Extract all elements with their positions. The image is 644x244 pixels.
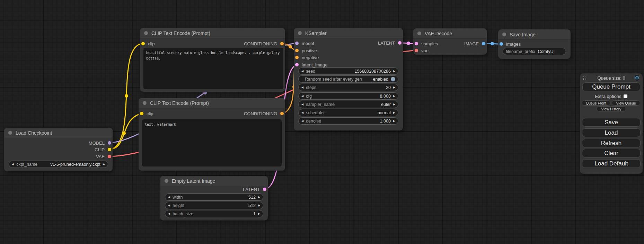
save-button[interactable]: Save <box>582 118 641 127</box>
output-slot-CONDITIONING[interactable]: CONDITIONING <box>244 41 284 46</box>
decrement-arrow-icon[interactable]: ◀ <box>12 163 14 166</box>
collapse-dot-icon[interactable] <box>8 131 12 135</box>
increment-arrow-icon[interactable]: ▶ <box>393 119 395 123</box>
clip-input-icon[interactable] <box>140 112 143 115</box>
collapse-dot-icon[interactable] <box>143 101 147 105</box>
widget-sampler_name[interactable]: ◀sampler_nameeuler▶ <box>298 101 398 108</box>
LATENT-output-icon[interactable] <box>263 188 266 191</box>
decrement-arrow-icon[interactable]: ◀ <box>168 204 170 207</box>
decrement-arrow-icon[interactable]: ◀ <box>301 119 303 123</box>
increment-arrow-icon[interactable]: ▶ <box>393 103 395 106</box>
node-title-bar[interactable]: KSampler <box>294 28 403 38</box>
increment-arrow-icon[interactable]: ▶ <box>393 70 395 73</box>
widget-batch_size[interactable]: ◀batch_size1▶ <box>165 210 263 217</box>
widget-cfg[interactable]: ◀cfg8.000▶ <box>298 92 398 100</box>
CONDITIONING-output-icon[interactable] <box>280 42 284 45</box>
LATENT-output-icon[interactable] <box>398 41 402 45</box>
increment-arrow-icon[interactable]: ▶ <box>103 163 105 166</box>
clear-button[interactable]: Clear <box>582 149 641 157</box>
widget-height[interactable]: ◀height512▶ <box>165 202 263 209</box>
node-vae-decode[interactable]: VAE DecodesamplesvaeIMAGE <box>413 28 487 55</box>
node-title-bar[interactable]: Save Image <box>498 29 571 40</box>
increment-arrow-icon[interactable]: ▶ <box>393 94 395 98</box>
node-graph-canvas[interactable]: Queue size: 0 ⚙ Queue Prompt Extra optio… <box>0 0 644 244</box>
decrement-arrow-icon[interactable]: ◀ <box>301 111 303 114</box>
node-title-bar[interactable]: Load Checkpoint <box>4 128 113 138</box>
IMAGE-output-icon[interactable] <box>482 42 485 45</box>
increment-arrow-icon[interactable]: ▶ <box>393 86 395 89</box>
increment-arrow-icon[interactable]: ▶ <box>258 204 260 207</box>
settings-gear-icon[interactable]: ⚙ <box>634 74 640 81</box>
extra-options-checkbox[interactable] <box>624 94 627 98</box>
increment-arrow-icon[interactable]: ▶ <box>393 111 395 114</box>
view-queue-button[interactable]: View Queue <box>612 100 640 106</box>
latent_image-input-icon[interactable] <box>295 63 299 66</box>
VAE-output-icon[interactable] <box>108 155 111 158</box>
output-slot-MODEL[interactable]: MODEL <box>89 140 111 146</box>
increment-arrow-icon[interactable]: ▶ <box>258 196 260 199</box>
output-slot-LATENT[interactable]: LATENT <box>243 187 266 192</box>
node-title-bar[interactable]: VAE Decode <box>413 28 487 39</box>
prompt-textarea[interactable]: text, watermark <box>142 119 282 166</box>
output-slot-LATENT[interactable]: LATENT <box>378 40 402 46</box>
decrement-arrow-icon[interactable]: ◀ <box>301 103 303 106</box>
view-history-button[interactable]: View History <box>597 106 626 111</box>
widget-seed[interactable]: ◀seed156680208700286▶ <box>298 67 398 75</box>
clip-input-icon[interactable] <box>141 42 145 45</box>
node-load-checkpoint[interactable]: Load CheckpointMODELCLIPVAE◀ckpt_namev1-… <box>4 128 113 171</box>
widget-random-seed-after-every-gen[interactable]: Random seed after every genenabled <box>298 75 398 83</box>
CONDITIONING-output-icon[interactable] <box>280 112 284 115</box>
node-title-bar[interactable]: CLIP Text Encode (Prompt) <box>139 98 285 108</box>
vae-input-icon[interactable] <box>415 49 418 52</box>
queue-front-button[interactable]: Queue Front <box>582 100 610 106</box>
CLIP-output-icon[interactable] <box>108 148 111 151</box>
collapse-dot-icon[interactable] <box>144 31 148 35</box>
images-input-icon[interactable] <box>500 42 503 46</box>
input-slot-clip[interactable]: clip <box>140 111 153 116</box>
collapse-dot-icon[interactable] <box>417 31 421 35</box>
node-clip-text-encode-negative[interactable]: CLIP Text Encode (Prompt)clipCONDITIONIN… <box>139 98 285 171</box>
input-slot-images[interactable]: images <box>500 41 521 47</box>
output-slot-CONDITIONING[interactable]: CONDITIONING <box>244 111 284 116</box>
node-empty-latent-image[interactable]: Empty Latent ImageLATENT◀width512▶◀heigh… <box>160 176 268 220</box>
input-slot-positive[interactable]: positive <box>295 48 317 53</box>
output-slot-VAE[interactable]: VAE <box>96 154 111 159</box>
node-ksampler[interactable]: KSamplermodelpositivenegativelatent_imag… <box>294 28 403 130</box>
queue-prompt-button[interactable]: Queue Prompt <box>582 82 640 91</box>
decrement-arrow-icon[interactable]: ◀ <box>301 94 303 98</box>
input-slot-latent_image[interactable]: latent_image <box>295 62 327 67</box>
widget-denoise[interactable]: ◀denoise1.000▶ <box>298 117 398 125</box>
input-slot-clip[interactable]: clip <box>141 41 155 46</box>
decrement-arrow-icon[interactable]: ◀ <box>168 212 170 215</box>
decrement-arrow-icon[interactable]: ◀ <box>301 86 303 89</box>
refresh-button[interactable]: Refresh <box>582 139 641 147</box>
node-clip-text-encode-positive[interactable]: CLIP Text Encode (Prompt)clipCONDITIONIN… <box>140 28 285 92</box>
collapse-dot-icon[interactable] <box>165 179 168 183</box>
model-input-icon[interactable] <box>295 42 299 45</box>
widget-width[interactable]: ◀width512▶ <box>165 193 263 201</box>
input-slot-samples[interactable]: samples <box>415 41 438 46</box>
decrement-arrow-icon[interactable]: ◀ <box>168 196 170 199</box>
collapse-dot-icon[interactable] <box>298 31 302 35</box>
node-save-image[interactable]: Save Imageimagesfilename_prefixComfyUI <box>498 29 571 59</box>
toggle-on-icon[interactable] <box>391 77 395 81</box>
decrement-arrow-icon[interactable]: ◀ <box>301 70 303 73</box>
widget-scheduler[interactable]: ◀schedulernormal▶ <box>298 109 398 116</box>
widget-steps[interactable]: ◀steps20▶ <box>298 84 398 91</box>
prompt-textarea[interactable]: beautiful scenery nature glass bottle la… <box>143 48 283 89</box>
node-title-bar[interactable]: CLIP Text Encode (Prompt) <box>140 28 285 38</box>
load-button[interactable]: Load <box>582 128 641 137</box>
node-title-bar[interactable]: Empty Latent Image <box>160 176 268 186</box>
input-slot-vae[interactable]: vae <box>415 48 429 53</box>
load-default-button[interactable]: Load Default <box>582 159 641 168</box>
positive-input-icon[interactable] <box>295 49 299 52</box>
widget-ckpt_name[interactable]: ◀ckpt_namev1-5-pruned-emaonly.ckpt▶ <box>9 161 108 168</box>
MODEL-output-icon[interactable] <box>108 141 111 145</box>
input-slot-negative[interactable]: negative <box>295 55 319 60</box>
increment-arrow-icon[interactable]: ▶ <box>258 212 260 215</box>
samples-input-icon[interactable] <box>415 42 418 45</box>
output-slot-IMAGE[interactable]: IMAGE <box>464 41 485 46</box>
input-slot-model[interactable]: model <box>295 40 314 46</box>
negative-input-icon[interactable] <box>295 56 299 59</box>
widget-filename_prefix[interactable]: filename_prefixComfyUI <box>503 48 566 55</box>
